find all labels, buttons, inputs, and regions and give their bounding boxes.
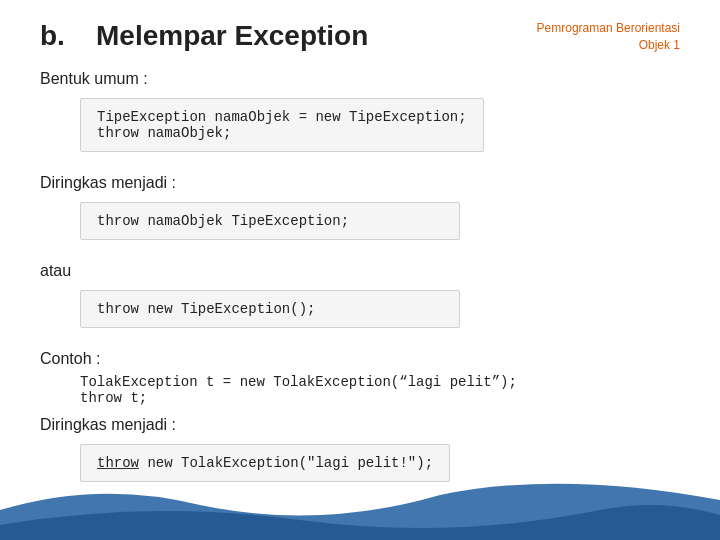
subtitle-line2: Objek 1 <box>537 37 680 54</box>
code4-line2: throw t; <box>80 390 680 406</box>
code1-line2: throw namaObjek; <box>97 125 467 141</box>
bottom-decoration <box>0 470 720 540</box>
title-main: Melempar Exception <box>96 20 368 51</box>
atau-label: atau <box>40 262 680 280</box>
atau-section: atau throw new TipeException(); <box>40 262 680 342</box>
code-block-4: TolakException t = new TolakException(“l… <box>80 374 680 406</box>
code3-line1: throw new TipeException(); <box>97 301 443 317</box>
code4-line1: TolakException t = new TolakException(“l… <box>80 374 680 390</box>
bentuk-umum-label: Bentuk umum : <box>40 70 680 88</box>
code1-line2-text: throw namaObjek; <box>97 125 231 141</box>
title-prefix: b. <box>40 20 65 51</box>
code-block-3: throw new TipeException(); <box>80 290 460 328</box>
bentuk-umum-section: Bentuk umum : TipeException namaObjek = … <box>40 70 680 166</box>
header-area: b. Melempar Exception Pemrograman Berori… <box>40 20 680 54</box>
code-block-1: TipeException namaObjek = new TipeExcept… <box>80 98 484 152</box>
code-block-3-indent: throw new TipeException(); <box>80 290 680 342</box>
code5-line1: throw new TolakException("lagi pelit!"); <box>97 455 433 471</box>
page-container: b. Melempar Exception Pemrograman Berori… <box>0 0 720 540</box>
code5-throw-keyword: throw <box>97 455 139 471</box>
code1-line1: TipeException namaObjek = new TipeExcept… <box>97 109 467 125</box>
diringkas1-label: Diringkas menjadi : <box>40 174 680 192</box>
code-block-2-indent: throw namaObjek TipeException; <box>80 202 680 254</box>
header-subtitle: Pemrograman Berorientasi Objek 1 <box>537 20 680 54</box>
code2-line1: throw namaObjek TipeException; <box>97 213 443 229</box>
contoh-label: Contoh : <box>40 350 680 368</box>
diringkas1-section: Diringkas menjadi : throw namaObjek Tipe… <box>40 174 680 254</box>
code-block-1-indent: TipeException namaObjek = new TipeExcept… <box>80 98 680 166</box>
code1-line1-text: TipeException namaObjek = new TipeExcept… <box>97 109 467 125</box>
contoh-section: Contoh : TolakException t = new TolakExc… <box>40 350 680 406</box>
code5-rest: new TolakException("lagi pelit!"); <box>139 455 433 471</box>
diringkas2-label: Diringkas menjadi : <box>40 416 680 434</box>
code-block-2: throw namaObjek TipeException; <box>80 202 460 240</box>
subtitle-line1: Pemrograman Berorientasi <box>537 20 680 37</box>
page-title: b. Melempar Exception <box>40 20 368 52</box>
